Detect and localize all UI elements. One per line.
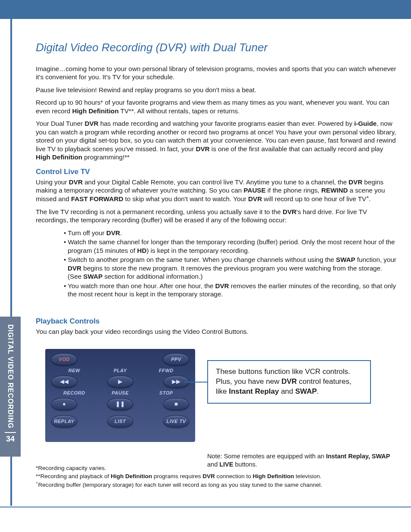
text: if the phone rings,	[266, 187, 321, 194]
header-bar	[0, 0, 411, 19]
text-bold: High Definition	[72, 107, 118, 115]
text-bold: SWAP	[83, 273, 103, 280]
text-bold: DVR	[248, 196, 262, 203]
intro-p4: Your Dual Tuner DVR has made recording a…	[36, 119, 398, 161]
footnotes: *Recording capacity varies. **Recording …	[36, 464, 389, 489]
text: Switch to another program on the same tu…	[68, 256, 336, 263]
remote-callout-row: VOD PPV REW PLAY FFWD ◀◀ ▶ ▶▶ RECORD PAU…	[36, 349, 398, 442]
pause-icon: ❚❚	[115, 401, 125, 407]
rewind-icon: ◀◀	[60, 378, 68, 385]
playback-p1: You can play back your video recordings …	[36, 327, 398, 336]
text: section for additional information.)	[103, 273, 202, 280]
stop-icon: ■	[174, 401, 178, 407]
bottom-rule	[0, 507, 411, 507]
control-p1: Using your DVR and your Digital Cable Re…	[36, 178, 398, 203]
text: television.	[294, 473, 321, 479]
text: Note: Some remotes are equipped with an	[207, 453, 326, 460]
text-bold: REWIND	[321, 187, 348, 194]
text: Your Dual Tuner	[36, 120, 84, 127]
remote-play-button: ▶	[107, 376, 133, 388]
text: and	[279, 387, 295, 395]
text-bold: FAST FORWARD	[71, 196, 123, 203]
buffer-bullet-list: Turn off your DVR. Watch the same channe…	[64, 229, 398, 299]
label-record: RECORD	[51, 390, 97, 395]
text: ) is kept in the temporary recording.	[146, 247, 249, 254]
text: The live TV recording is not a permanent…	[36, 208, 283, 215]
text-bold: DVR	[215, 282, 229, 289]
label: PPV	[171, 357, 181, 362]
label-rew: REW	[51, 368, 97, 373]
text-bold: DVR	[106, 229, 120, 236]
text-bold: DVR	[68, 264, 81, 272]
callout-connector-line	[184, 382, 208, 383]
list-item: Switch to another program on the same tu…	[64, 255, 398, 280]
main-content: Digital Video Recording (DVR) with Dual …	[36, 41, 398, 469]
text-bold: i-Guide	[354, 120, 377, 127]
footnote-2: **Recording and playback of High Definit…	[36, 473, 389, 480]
text: Turn off your	[68, 229, 106, 236]
remote-vod-button: VOD	[51, 353, 77, 365]
text: programs requires	[152, 473, 202, 479]
text-bold: HD	[137, 247, 146, 254]
intro-p3: Record up to 90 hours* of your favorite …	[36, 98, 398, 115]
text: function, your	[355, 256, 396, 263]
text: TV**. All without rentals, tapes or retu…	[118, 107, 240, 115]
text: and your Digital Cable Remote, you can c…	[83, 178, 349, 186]
text-bold: DVR	[84, 120, 98, 127]
callout-box: These buttons function like VCR controls…	[207, 360, 371, 404]
text-bold: Instant Replay, SWAP	[326, 453, 390, 460]
text: .	[317, 387, 319, 395]
ffwd-icon: ▶▶	[172, 378, 181, 385]
control-heading: Control Live TV	[36, 168, 398, 176]
text-bold: DVR	[202, 473, 215, 479]
list-item: Turn off your DVR.	[64, 229, 398, 237]
remote-replay-button: REPLAY	[51, 415, 77, 427]
footnote-1: *Recording capacity varies.	[36, 464, 389, 472]
text-bold: DVR	[196, 145, 210, 152]
text: Using your	[36, 178, 69, 186]
label-ffwd: FFWD	[143, 368, 189, 373]
intro-p2: Pause live television! Rewind and replay…	[36, 86, 398, 94]
label: REPLAY	[54, 419, 75, 424]
label: LIVE TV	[166, 419, 186, 424]
text: connection to	[215, 473, 253, 479]
playback-heading: Playback Controls	[36, 317, 398, 326]
text-bold: SWAP	[336, 256, 355, 263]
text-bold: DVR	[281, 377, 297, 386]
page-title: Digital Video Recording (DVR) with Dual …	[36, 41, 398, 54]
record-icon: ●	[62, 401, 66, 407]
remote-pause-button: ❚❚	[107, 398, 133, 410]
text-bold: DVR	[349, 178, 362, 186]
intro-p1: Imagine…coming home to your own personal…	[36, 65, 398, 81]
label: LIST	[115, 419, 126, 424]
side-section-tab: DIGITAL VIDEO RECORDING 34	[0, 317, 21, 457]
text-bold: High Definition	[252, 473, 294, 479]
text-bold: SWAP	[295, 387, 317, 395]
text-bold: DVR	[283, 208, 296, 215]
text: Recording buffer (temporary storage) for…	[38, 482, 322, 488]
text-bold: DVR	[69, 178, 83, 186]
label-pause: PAUSE	[97, 390, 143, 395]
remote-record-button: ●	[51, 398, 77, 410]
text: .	[120, 229, 122, 236]
tab-divider	[5, 432, 16, 433]
label: VOD	[59, 357, 69, 362]
text-bold: High Definition	[36, 153, 82, 161]
text-bold: Instant Replay	[229, 387, 279, 395]
list-item: Watch the same channel for longer than t…	[64, 238, 398, 255]
text: to skip what you don't want to watch. Yo…	[123, 196, 248, 203]
text: is one of the first available that can a…	[210, 145, 383, 152]
remote-ppv-button: PPV	[163, 353, 189, 365]
page-number: 34	[6, 435, 15, 444]
label-play: PLAY	[97, 368, 143, 373]
remote-stop-button: ■	[163, 398, 189, 410]
footnote-3: +Recording buffer (temporary storage) fo…	[36, 480, 389, 488]
text-bold: High Definition	[111, 473, 152, 479]
control-p2: The live TV recording is not a permanent…	[36, 208, 398, 224]
text: has made recording and watching your fav…	[99, 120, 354, 127]
remote-image: VOD PPV REW PLAY FFWD ◀◀ ▶ ▶▶ RECORD PAU…	[45, 349, 195, 442]
label-stop: STOP	[143, 390, 189, 395]
text-bold: PAUSE	[243, 187, 265, 194]
remote-list-button: LIST	[107, 415, 133, 427]
text: will record up to one hour of live TV	[262, 196, 366, 203]
